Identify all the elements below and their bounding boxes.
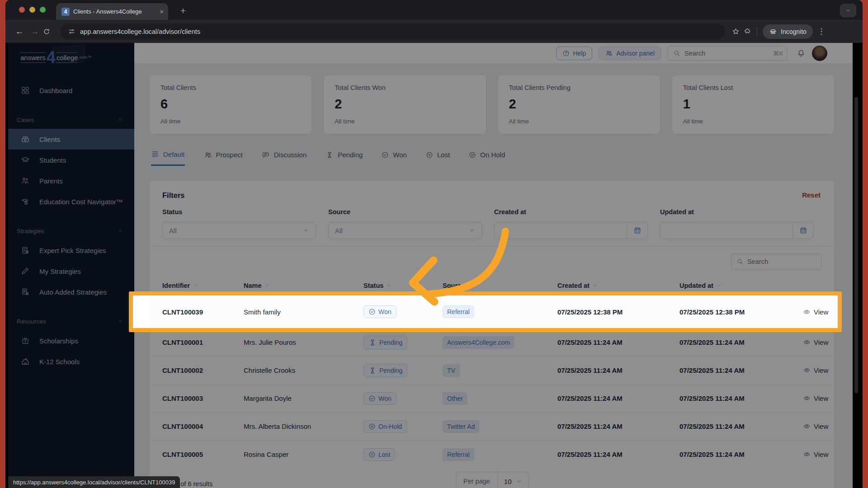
column-header-identifier[interactable]: Identifier [162,282,244,289]
traffic-lights[interactable] [19,7,46,13]
chat-icon [262,151,270,159]
sidebar-section-strategies[interactable]: Strategies [8,222,134,240]
column-header-name[interactable]: Name [244,282,363,289]
advisor-panel-button[interactable]: Advisor panel [599,47,661,60]
column-header-label: Name [244,282,262,289]
global-search[interactable]: ⌘K [667,46,788,61]
column-header-status[interactable]: Status [363,282,443,289]
logo-text-college: college [57,52,78,63]
cell-source: Answers4College.com [443,336,557,349]
global-search-input[interactable] [684,50,769,57]
forward-button[interactable]: → [27,27,42,37]
view-link-label: View [814,394,828,402]
tab-search-button[interactable] [840,4,856,17]
source-filter-select[interactable]: All [328,222,482,239]
minimize-window-button[interactable] [29,7,35,13]
view-link[interactable]: View [803,308,835,316]
table-row[interactable]: CLNT100003Margarita DoyleWonOther07/25/2… [150,384,834,412]
scrollbar-thumb[interactable] [854,97,858,393]
status-filter-value: All [169,227,177,235]
close-window-button[interactable] [19,7,25,13]
column-header-source[interactable]: Source [443,282,557,289]
reload-button[interactable] [42,28,58,36]
sidebar-item-my-strategies[interactable]: My Strategies [8,261,134,282]
status-filter-select[interactable]: All [162,222,316,239]
back-button[interactable]: ← [12,27,27,37]
updated-at-filter-input[interactable] [660,222,814,239]
maximize-window-button[interactable] [40,7,46,13]
calendar-icon[interactable] [793,222,813,239]
view-link[interactable]: View [803,338,835,346]
bookmark-star-icon[interactable] [731,27,740,36]
site-info-icon[interactable] [68,28,75,35]
incognito-badge: Incognito [763,24,813,39]
view-link[interactable]: View [803,366,835,374]
sidebar-item-k-12-schools[interactable]: K-12 Schools [8,351,134,372]
tab-default[interactable]: Default [151,150,185,166]
cell-name: Margarita Doyle [244,394,363,402]
browser-menu-icon[interactable]: ⋮ [816,27,827,36]
table-search-input[interactable] [747,258,816,265]
tab-discussion[interactable]: Discussion [262,150,307,166]
tab-label: Prospect [216,151,243,159]
sidebar-item-dashboard[interactable]: Dashboard [8,80,134,101]
pause-circle-icon [368,423,376,430]
table-row[interactable]: CLNT100005Rosina CasperLostReferral07/25… [150,440,834,468]
tab-title: Clients - Answers4College [73,8,156,15]
tab-close-icon[interactable]: × [160,8,164,15]
table-row[interactable]: CLNT100002Christelle CrooksPendingTV07/2… [150,356,834,384]
cell-source: Referral [443,448,557,461]
sidebar-section-resources[interactable]: Resources [8,312,134,330]
extensions-icon[interactable] [743,27,751,36]
sidebar-item-scholarships[interactable]: Scholarships [8,330,134,351]
tab-won[interactable]: Won [382,150,407,166]
updated-at-filter-label: Updated at [660,208,814,216]
view-link[interactable]: View [803,450,835,458]
cell-identifier: CLNT100039 [162,308,244,316]
sidebar-item-clients[interactable]: Clients [8,129,134,150]
table-search[interactable] [731,253,821,270]
cell-created-at: 07/25/2025 11:24 AM [557,422,679,430]
view-link[interactable]: View [803,422,835,430]
address-bar[interactable]: app.answers4college.local/advisor/client… [61,24,725,39]
sidebar-item-students[interactable]: Students [8,150,134,170]
table-row[interactable]: CLNT100001Mrs. Julie PourosPendingAnswer… [150,328,834,356]
tab-pending[interactable]: Pending [326,150,363,166]
sidebar-item-education-cost-navigator-[interactable]: Education Cost Navigator™ [8,191,134,212]
help-button[interactable]: Help [556,47,592,60]
sidebar-item-parents[interactable]: Parents [8,170,134,191]
tab-lost[interactable]: Lost [426,150,450,166]
incognito-icon [769,28,777,36]
created-at-filter-input[interactable] [494,222,648,239]
stat-card: Total Clients Pending2All time [498,75,660,134]
sidebar-item-auto-added-strategies[interactable]: Auto Added Strategies [8,282,134,302]
tab-prospect[interactable]: Prospect [204,150,243,166]
sidebar-item-expert-pick-strategies[interactable]: Expert Pick Strategies [8,240,134,261]
dashboard-icon [21,86,30,95]
page-scrollbar[interactable] [853,43,863,488]
app-logo[interactable]: answers 4 college .com™ [8,43,134,72]
students-icon [21,155,30,164]
per-page-control[interactable]: Per page 10 [456,472,529,488]
browser-tab[interactable]: 4 Clients - Answers4College × [56,3,168,20]
sidebar-section-cases[interactable]: Cases [8,111,134,129]
cell-status: Lost [363,448,443,461]
reset-filters-link[interactable]: Reset [802,191,821,199]
notifications-bell-icon[interactable] [797,49,806,58]
people-icon [204,151,212,159]
table-row[interactable]: CLNT100039Smith familyWonReferral07/25/2… [150,296,834,328]
cell-status: Pending [363,336,443,349]
status-badge-label: Won [378,395,392,402]
url-text[interactable]: app.answers4college.local/advisor/client… [80,28,200,35]
tab-on-hold[interactable]: On Hold [469,150,505,166]
column-header-updated-at[interactable]: Updated at [679,282,803,289]
column-header-created-at[interactable]: Created at [557,282,679,289]
user-avatar[interactable] [812,46,827,61]
per-page-select[interactable]: 10 [498,472,528,488]
table-row[interactable]: CLNT100004Mrs. Alberta DickinsonOn-HoldT… [150,412,834,440]
view-link[interactable]: View [803,394,835,402]
calendar-icon[interactable] [627,222,647,239]
new-tab-button[interactable]: + [176,5,190,18]
sort-chevron-icon [387,283,392,288]
cell-created-at: 07/25/2025 11:24 AM [557,338,679,346]
